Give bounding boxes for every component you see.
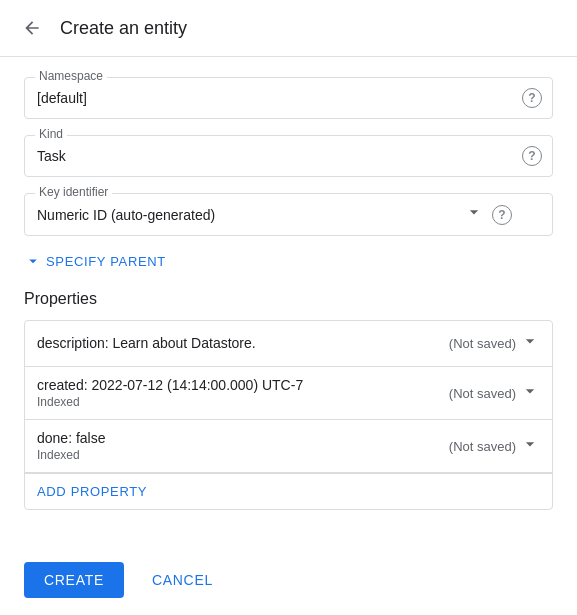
namespace-field[interactable]: Namespace [default] ?: [24, 77, 553, 119]
add-property-button[interactable]: ADD PROPERTY: [25, 474, 552, 509]
property-value-created: 2022-07-12 (14:14:00.000) UTC-7: [91, 377, 303, 393]
property-right-done: (Not saved): [449, 434, 540, 459]
table-row: description: Learn about Datastore. (Not…: [25, 321, 552, 367]
create-button[interactable]: CREATE: [24, 562, 124, 598]
add-property-row: ADD PROPERTY: [25, 473, 552, 509]
properties-title: Properties: [24, 290, 553, 308]
namespace-field-group: Namespace [default] ?: [24, 77, 553, 119]
property-left-done: done: false Indexed: [37, 430, 449, 462]
kind-field[interactable]: Kind Task ?: [24, 135, 553, 177]
property-name-description: description:: [37, 335, 112, 351]
kind-help-icon[interactable]: ?: [522, 146, 542, 166]
property-indexed-created: Indexed: [37, 395, 449, 409]
footer: CREATE CANCEL: [0, 546, 577, 614]
property-name-value-created: created: 2022-07-12 (14:14:00.000) UTC-7: [37, 377, 449, 393]
namespace-help-icon[interactable]: ?: [522, 88, 542, 108]
main-content: Namespace [default] ? Kind Task ? Key id…: [0, 57, 577, 546]
kind-field-group: Kind Task ?: [24, 135, 553, 177]
kind-help-circle[interactable]: ?: [522, 146, 542, 166]
property-value-description: Learn about Datastore.: [112, 335, 255, 351]
property-name-created: created:: [37, 377, 91, 393]
key-identifier-value: Numeric ID (auto-generated): [37, 203, 215, 227]
key-identifier-field-group: Key identifier Numeric ID (auto-generate…: [24, 193, 553, 236]
expand-icon-description[interactable]: [520, 331, 540, 356]
property-right-description: (Not saved): [449, 331, 540, 356]
specify-parent-label: SPECIFY PARENT: [46, 254, 166, 269]
property-name-done: done:: [37, 430, 76, 446]
expand-icon-created[interactable]: [520, 381, 540, 406]
key-identifier-dropdown-icon[interactable]: [464, 202, 484, 227]
property-value-done: false: [76, 430, 106, 446]
kind-value: Task: [37, 144, 512, 168]
property-status-created: (Not saved): [449, 386, 516, 401]
namespace-help-circle[interactable]: ?: [522, 88, 542, 108]
back-button[interactable]: [16, 12, 48, 44]
key-identifier-label: Key identifier: [35, 185, 112, 199]
header: Create an entity: [0, 0, 577, 57]
property-indexed-done: Indexed: [37, 448, 449, 462]
table-row: created: 2022-07-12 (14:14:00.000) UTC-7…: [25, 367, 552, 420]
property-name-value-description: description: Learn about Datastore.: [37, 335, 449, 351]
property-left-created: created: 2022-07-12 (14:14:00.000) UTC-7…: [37, 377, 449, 409]
table-row: done: false Indexed (Not saved): [25, 420, 552, 473]
property-right-created: (Not saved): [449, 381, 540, 406]
expand-icon-done[interactable]: [520, 434, 540, 459]
property-status-description: (Not saved): [449, 336, 516, 351]
property-status-done: (Not saved): [449, 439, 516, 454]
namespace-label: Namespace: [35, 69, 107, 83]
chevron-down-icon: [24, 252, 42, 270]
key-identifier-field[interactable]: Key identifier Numeric ID (auto-generate…: [24, 193, 553, 236]
property-left-description: description: Learn about Datastore.: [37, 335, 449, 353]
page-title: Create an entity: [60, 18, 187, 39]
properties-table: description: Learn about Datastore. (Not…: [24, 320, 553, 510]
property-name-value-done: done: false: [37, 430, 449, 446]
cancel-button[interactable]: CANCEL: [136, 562, 229, 598]
namespace-value: [default]: [37, 86, 512, 110]
specify-parent-button[interactable]: SPECIFY PARENT: [24, 252, 553, 270]
key-identifier-help-icon[interactable]: ?: [492, 205, 512, 225]
kind-label: Kind: [35, 127, 67, 141]
